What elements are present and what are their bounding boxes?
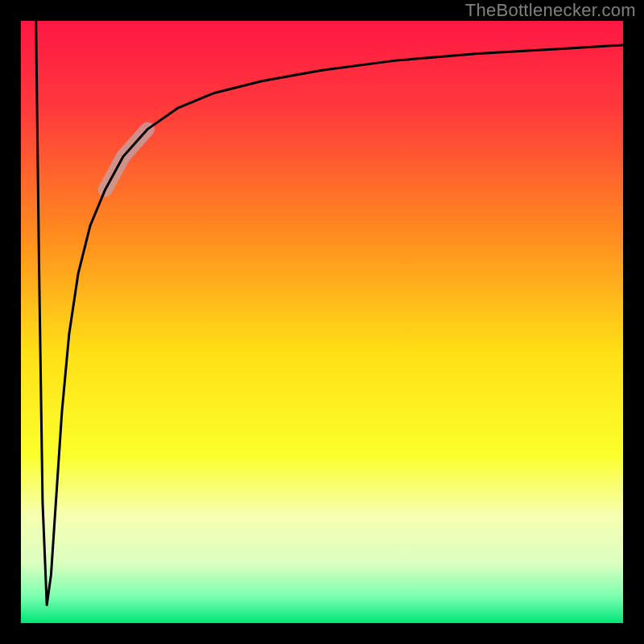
gradient-background xyxy=(21,21,623,623)
bottleneck-chart xyxy=(0,0,644,644)
plot-area xyxy=(21,21,623,623)
chart-container: TheBottlenecker.com xyxy=(0,0,644,644)
watermark-text: TheBottlenecker.com xyxy=(465,0,636,21)
